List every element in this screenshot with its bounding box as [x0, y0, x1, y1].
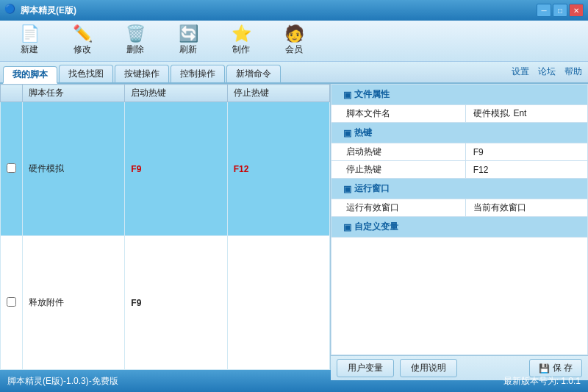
window-title: 脚本精灵(E版): [21, 4, 537, 17]
new-button[interactable]: 📄 新建: [6, 24, 53, 59]
hotkey-section-header: ▣ 热键: [331, 123, 588, 143]
forum-link[interactable]: 论坛: [538, 65, 556, 78]
member-button[interactable]: 🧑 会员: [270, 24, 318, 59]
collapse-customvar-icon[interactable]: ▣: [343, 222, 351, 232]
edit-label: 修改: [74, 43, 91, 56]
start-key-label: 启动热键: [331, 143, 466, 161]
make-button[interactable]: ⭐ 制作: [218, 24, 265, 59]
usage-button[interactable]: 使用说明: [400, 359, 457, 377]
file-name-value: 硬件模拟. Ent: [465, 105, 587, 123]
help-link[interactable]: 帮助: [564, 65, 582, 78]
refresh-label: 刷新: [179, 43, 197, 56]
tab-control-ops[interactable]: 控制操作: [171, 65, 225, 82]
minimize-button[interactable]: ─: [537, 4, 551, 17]
app-icon: 🔵: [4, 4, 18, 17]
row-task-name: 释放附件: [23, 236, 125, 370]
right-panel: ▣ 文件属性 脚本文件名 硬件模拟. Ent ▣ 热键: [331, 84, 588, 370]
bottom-left-buttons: 用户变量 使用说明: [337, 359, 457, 377]
member-icon: 🧑: [284, 26, 304, 42]
maximize-button[interactable]: □: [553, 4, 567, 17]
delete-icon: 🗑️: [126, 26, 146, 42]
hotkey-section-label: 热键: [354, 126, 372, 139]
run-effective-value: 当前有效窗口: [465, 199, 587, 217]
make-label: 制作: [232, 43, 250, 56]
checkbox-2[interactable]: [7, 297, 16, 307]
row-task-name: 硬件模拟: [23, 102, 125, 236]
run-window-header: ▣ 运行窗口: [331, 179, 588, 199]
nav-bar: 我的脚本 找色找图 按键操作 控制操作 新增命令 设置 论坛 帮助: [0, 62, 588, 84]
row-checkbox[interactable]: [1, 236, 23, 370]
edit-icon: ✏️: [73, 26, 93, 42]
status-right: 最新版本号为: 1.0.1: [503, 375, 581, 388]
main-area: 脚本任务 启动热键 停止热键 硬件模拟 F9 F12 释放附件 F9: [0, 84, 588, 370]
row-start-key: F9: [125, 236, 227, 370]
left-panel: 脚本任务 启动热键 停止热键 硬件模拟 F9 F12 释放附件 F9: [0, 84, 331, 370]
new-label: 新建: [21, 43, 38, 56]
delete-label: 删除: [126, 43, 144, 56]
collapse-file-icon[interactable]: ▣: [343, 90, 351, 100]
settings-link[interactable]: 设置: [512, 65, 529, 78]
custom-var-content: [331, 238, 588, 355]
custom-var-label: 自定义变量: [354, 221, 398, 233]
col-checkbox: [1, 85, 23, 102]
custom-var-header: ▣ 自定义变量: [331, 217, 588, 238]
nav-links: 设置 论坛 帮助: [512, 65, 582, 78]
props-table: ▣ 文件属性 脚本文件名 硬件模拟. Ent ▣ 热键: [331, 84, 588, 355]
row-checkbox[interactable]: [1, 102, 23, 236]
close-button[interactable]: ✕: [569, 4, 584, 17]
tab-new-cmd[interactable]: 新增命令: [226, 65, 281, 82]
tab-find-by-color[interactable]: 找色找图: [59, 65, 113, 82]
run-effective-label: 运行有效窗口: [331, 199, 466, 217]
file-name-label: 脚本文件名: [331, 105, 466, 123]
user-var-button[interactable]: 用户变量: [337, 359, 394, 377]
file-props-header: ▣ 文件属性: [331, 85, 588, 105]
window-controls: ─ □ ✕: [537, 4, 584, 17]
member-label: 会员: [285, 43, 303, 56]
file-props-label: 文件属性: [354, 88, 390, 101]
col-start-key: 启动热键: [125, 85, 227, 102]
new-icon: 📄: [20, 26, 40, 42]
status-left: 脚本精灵(E版)-1.0.3)-免费版: [7, 375, 118, 388]
script-table: 脚本任务 启动热键 停止热键 硬件模拟 F9 F12 释放附件 F9: [0, 84, 330, 370]
stop-key-label: 停止热键: [331, 161, 466, 179]
start-key-value: F9: [465, 143, 587, 161]
save-icon: 💾: [539, 363, 550, 374]
title-bar: 🔵 脚本精灵(E版) ─ □ ✕: [0, 0, 588, 21]
edit-button[interactable]: ✏️ 修改: [59, 24, 106, 59]
row-start-key: F9: [125, 102, 227, 236]
collapse-hotkey-icon[interactable]: ▣: [343, 128, 351, 138]
col-task: 脚本任务: [23, 85, 125, 102]
table-row[interactable]: 硬件模拟 F9 F12: [1, 102, 330, 236]
refresh-icon: 🔄: [179, 26, 198, 42]
checkbox-1[interactable]: [7, 163, 16, 173]
run-window-label: 运行窗口: [354, 182, 390, 195]
stop-key-value: F12: [465, 161, 587, 179]
col-stop-key: 停止热键: [227, 85, 329, 102]
collapse-runwindow-icon[interactable]: ▣: [343, 184, 351, 194]
delete-button[interactable]: 🗑️ 删除: [112, 24, 159, 59]
tab-my-scripts[interactable]: 我的脚本: [3, 66, 57, 84]
save-label: 保 存: [553, 362, 573, 374]
tab-key-ops[interactable]: 按键操作: [115, 65, 169, 82]
refresh-button[interactable]: 🔄 刷新: [165, 24, 212, 59]
row-stop-key: F12: [227, 102, 329, 236]
table-row[interactable]: 释放附件 F9: [1, 236, 330, 370]
toolbar: 📄 新建 ✏️ 修改 🗑️ 删除 🔄 刷新 ⭐ 制作 🧑 会员: [0, 21, 588, 62]
make-icon: ⭐: [232, 26, 251, 42]
row-stop-key: [227, 236, 329, 370]
